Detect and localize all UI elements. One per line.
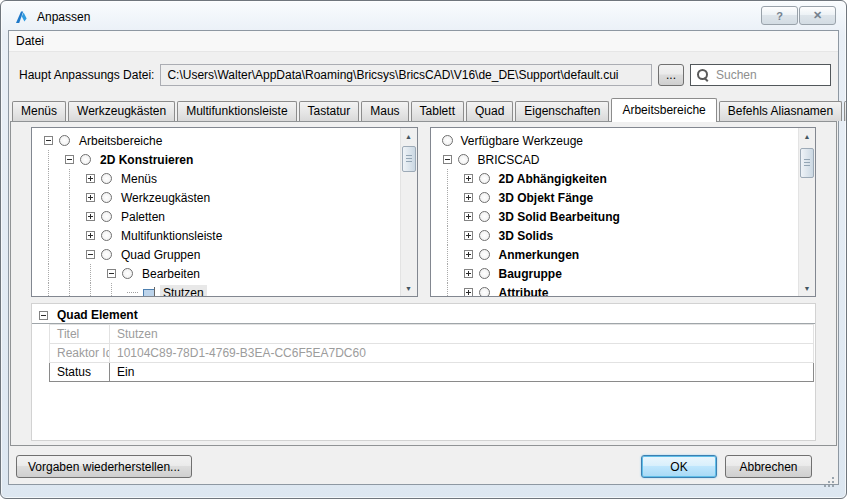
item-toggle-icon[interactable] — [59, 135, 70, 146]
tab-multifunktionsleiste[interactable]: Multifunktionsleiste — [177, 101, 296, 121]
tree-guide — [437, 226, 458, 245]
glyph-cell — [101, 249, 118, 260]
trim-icon — [143, 287, 158, 296]
item-toggle-icon[interactable] — [479, 268, 490, 279]
tab-befehls-aliasnamen[interactable]: Befehls Aliasnamen — [719, 101, 842, 121]
available-tools-scrollbar[interactable]: ▲ ▼ — [798, 128, 815, 296]
property-value[interactable]: Ein — [110, 363, 814, 382]
scroll-down-icon[interactable]: ▼ — [799, 280, 815, 296]
tree-item-3d-objekt-f-nge[interactable]: 3D Objekt Fänge — [496, 190, 597, 206]
tab-werkzeugk-sten[interactable]: Werkzeugkästen — [68, 101, 175, 121]
plus-expander-icon[interactable] — [86, 193, 95, 202]
minus-expander-icon[interactable] — [65, 155, 74, 164]
scroll-up-icon[interactable]: ▲ — [401, 128, 417, 144]
cancel-button[interactable]: Abbrechen — [725, 455, 812, 478]
tree-item-bearbeiten[interactable]: Bearbeiten — [139, 266, 203, 282]
search-icon — [697, 69, 710, 82]
scrollbar-thumb[interactable] — [800, 148, 814, 178]
plus-expander-icon[interactable] — [86, 212, 95, 221]
plus-expander-icon[interactable] — [86, 231, 95, 240]
browse-button[interactable]: ... — [658, 64, 684, 86]
search-input[interactable] — [691, 65, 830, 85]
tree-item-stutzen[interactable]: Stutzen — [160, 285, 207, 297]
tree-guide — [59, 264, 80, 283]
tree-item-3d-solid-bearbeitung[interactable]: 3D Solid Bearbeitung — [496, 209, 623, 225]
tree-item-paletten[interactable]: Paletten — [118, 209, 168, 225]
item-toggle-icon[interactable] — [101, 173, 112, 184]
plus-expander-icon[interactable] — [464, 231, 473, 240]
item-toggle-icon[interactable] — [122, 268, 133, 279]
plus-expander-icon[interactable] — [464, 212, 473, 221]
glyph-cell — [479, 268, 496, 279]
tree-item-2d-konstruieren[interactable]: 2D Konstruieren — [97, 152, 196, 168]
workspace-tree-scrollbar[interactable]: ▲ ▼ — [400, 128, 417, 296]
plus-expander-icon[interactable] — [464, 269, 473, 278]
plus-expander-icon[interactable] — [464, 288, 473, 296]
menu-item-datei[interactable]: Datei — [9, 31, 51, 51]
tree-guide — [38, 207, 59, 226]
tree-row: Verfügbare Werkzeuge — [437, 131, 799, 150]
resize-grip[interactable] — [824, 477, 836, 489]
item-toggle-icon[interactable] — [101, 249, 112, 260]
tree-item-anmerkungen[interactable]: Anmerkungen — [496, 247, 583, 263]
ok-button[interactable]: OK — [641, 455, 717, 478]
item-toggle-icon[interactable] — [442, 135, 453, 146]
glyph-cell — [80, 154, 97, 165]
restore-defaults-button[interactable]: Vorgaben wiederherstellen... — [16, 455, 192, 478]
minus-expander-icon[interactable] — [107, 269, 116, 278]
item-toggle-icon[interactable] — [479, 211, 490, 222]
item-toggle-icon[interactable] — [479, 230, 490, 241]
item-toggle-icon[interactable] — [101, 230, 112, 241]
tree-item-attribute[interactable]: Attribute — [496, 285, 552, 297]
tab-arbeitsbereiche[interactable]: Arbeitsbereiche — [611, 98, 716, 122]
minus-expander-icon[interactable] — [443, 155, 452, 164]
tab-quad[interactable]: Quad — [466, 101, 513, 121]
tree-item-arbeitsbereiche[interactable]: Arbeitsbereiche — [76, 133, 165, 149]
tab-tablett[interactable]: Tablett — [411, 101, 464, 121]
item-toggle-icon[interactable] — [479, 173, 490, 184]
collapse-icon[interactable] — [39, 311, 48, 320]
tree-item-quad-gruppen[interactable]: Quad Gruppen — [118, 247, 203, 263]
item-toggle-icon[interactable] — [101, 211, 112, 222]
item-toggle-icon[interactable] — [479, 249, 490, 260]
tree-item-men-s[interactable]: Menüs — [118, 171, 160, 187]
scrollbar-thumb[interactable] — [402, 146, 416, 172]
tree-row: 2D Konstruieren — [38, 150, 400, 169]
tree-item-werkzeugk-sten[interactable]: Werkzeugkästen — [118, 190, 213, 206]
tree-item-multifunktionsleiste[interactable]: Multifunktionsleiste — [118, 228, 225, 244]
item-toggle-icon[interactable] — [458, 154, 469, 165]
property-row-reaktor-id: Reaktor Id10104C89-78D1-4769-B3EA-CC6F5E… — [50, 344, 814, 363]
tree-item-bricscad[interactable]: BRICSCAD — [475, 152, 543, 168]
plus-expander-icon[interactable] — [464, 193, 473, 202]
minus-expander-icon[interactable] — [44, 136, 53, 145]
tab-tastatur[interactable]: Tastatur — [299, 101, 360, 121]
tree-item-3d-solids[interactable]: 3D Solids — [496, 228, 557, 244]
expander-cell — [59, 155, 80, 164]
plus-expander-icon[interactable] — [464, 174, 473, 183]
scroll-down-icon[interactable]: ▼ — [401, 280, 417, 296]
tab-maus[interactable]: Maus — [361, 101, 408, 121]
property-row-status: StatusEin — [50, 363, 814, 382]
property-label: Reaktor Id — [50, 344, 110, 363]
item-toggle-icon[interactable] — [479, 192, 490, 203]
scroll-up-icon[interactable]: ▲ — [799, 128, 815, 144]
cui-path-input[interactable] — [160, 64, 652, 86]
tree-row: 3D Objekt Fänge — [437, 188, 799, 207]
tree-row: Werkzeugkästen — [38, 188, 400, 207]
tab-eigenschaften[interactable]: Eigenschaften — [515, 101, 609, 121]
item-toggle-icon[interactable] — [80, 154, 91, 165]
tree-item-verf-gbare-werkzeuge[interactable]: Verfügbare Werkzeuge — [458, 133, 587, 149]
plus-expander-icon[interactable] — [86, 174, 95, 183]
item-toggle-icon[interactable] — [479, 287, 490, 296]
tree-item-baugruppe[interactable]: Baugruppe — [496, 266, 565, 282]
close-icon[interactable]: ✕ — [799, 6, 836, 25]
help-icon[interactable]: ? — [761, 6, 798, 25]
item-toggle-icon[interactable] — [101, 192, 112, 203]
tree-item-2d-abh-ngigkeiten[interactable]: 2D Abhängigkeiten — [496, 171, 610, 187]
title-bar[interactable]: Anpassen ? ✕ — [1, 1, 846, 30]
plus-expander-icon[interactable] — [464, 250, 473, 259]
glyph-cell — [479, 287, 496, 296]
tree-row: Anmerkungen — [437, 245, 799, 264]
tab-men-s[interactable]: Menüs — [12, 101, 66, 121]
minus-expander-icon[interactable] — [86, 250, 95, 259]
